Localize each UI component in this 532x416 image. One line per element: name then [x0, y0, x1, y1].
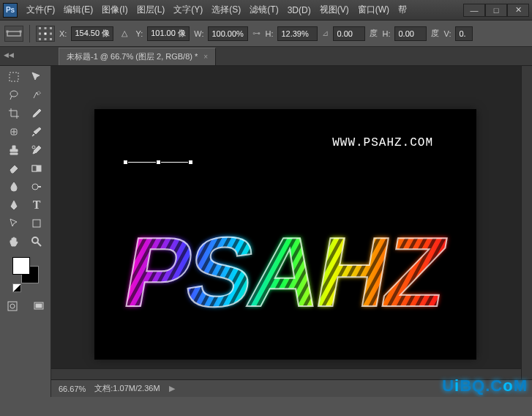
x-label: X:: [59, 29, 67, 38]
h-input[interactable]: [277, 26, 318, 41]
menu-edit[interactable]: 编辑(E): [59, 1, 97, 19]
hand-tool[interactable]: [4, 234, 24, 250]
foreground-color-swatch[interactable]: [12, 257, 30, 275]
svg-rect-9: [39, 38, 41, 40]
tools-panel: T: [0, 66, 51, 397]
close-button[interactable]: ✕: [507, 4, 529, 17]
collapse-panels-icon[interactable]: ◀◀: [3, 51, 15, 63]
marquee-tool[interactable]: [4, 69, 24, 85]
rotation-input[interactable]: [333, 26, 365, 41]
svg-rect-5: [50, 27, 52, 29]
menu-type[interactable]: 文字(Y): [169, 1, 207, 19]
svg-rect-4: [45, 27, 47, 29]
svg-rect-3: [39, 27, 41, 29]
main-area: T WWW.PSAHZ.COM: [0, 66, 532, 397]
svg-rect-22: [8, 302, 17, 311]
menu-help[interactable]: 帮: [394, 1, 411, 19]
svg-rect-0: [7, 31, 20, 36]
lasso-tool[interactable]: [4, 87, 24, 103]
document-tab-close-icon[interactable]: ×: [203, 53, 208, 61]
skew-h-input[interactable]: [394, 26, 427, 41]
quick-select-tool[interactable]: [26, 87, 47, 103]
dodge-tool[interactable]: [26, 179, 47, 195]
svg-point-13: [10, 91, 18, 97]
screen-mode-icon[interactable]: [29, 298, 49, 314]
transform-tool-icon[interactable]: [4, 26, 23, 42]
canvas-main-text: PSAHZ PSAHZ PSAHZ: [110, 196, 468, 335]
v-label: V:: [443, 29, 451, 38]
menu-view[interactable]: 视图(V): [315, 1, 353, 19]
eyedropper-tool[interactable]: [26, 105, 47, 122]
canvas-viewport[interactable]: WWW.PSAHZ.COM: [51, 66, 532, 397]
app-badge: Ps: [3, 3, 18, 18]
svg-point-21: [32, 237, 38, 243]
x-input[interactable]: [71, 26, 113, 41]
screen-mode-icons: [2, 298, 49, 314]
stamp-tool[interactable]: [4, 142, 24, 158]
maximize-button[interactable]: □: [485, 4, 507, 17]
menu-layer[interactable]: 图层(L): [132, 1, 170, 19]
menu-window[interactable]: 窗口(W): [353, 1, 394, 19]
svg-rect-12: [10, 73, 18, 81]
transform-handle-right[interactable]: [188, 160, 193, 165]
svg-rect-7: [45, 32, 47, 34]
h2-label: H:: [382, 29, 390, 38]
status-doc-info[interactable]: 文档:1.07M/2.36M: [94, 383, 160, 394]
color-swatches[interactable]: [12, 257, 39, 283]
menu-file[interactable]: 文件(F): [22, 1, 59, 19]
transform-handle-center[interactable]: [156, 160, 161, 165]
svg-text:PSAHZ: PSAHZ: [116, 217, 453, 327]
delta-icon[interactable]: △: [118, 26, 131, 42]
document-canvas[interactable]: WWW.PSAHZ.COM: [95, 110, 476, 359]
transform-bounding-box[interactable]: [123, 160, 193, 167]
vertical-scrollbar[interactable]: [521, 66, 532, 379]
h-label: H:: [265, 29, 273, 38]
default-colors-icon[interactable]: [12, 283, 21, 292]
svg-point-23: [10, 304, 15, 308]
menu-filter[interactable]: 滤镜(T): [245, 1, 282, 19]
zoom-tool[interactable]: [26, 234, 47, 250]
path-select-tool[interactable]: [4, 215, 24, 231]
svg-rect-10: [45, 38, 47, 40]
gradient-tool[interactable]: [26, 160, 47, 177]
svg-rect-11: [50, 38, 52, 40]
link-icon[interactable]: ⊶: [252, 29, 261, 38]
svg-rect-8: [50, 32, 52, 34]
menu-image[interactable]: 图像(I): [97, 1, 132, 19]
blur-tool[interactable]: [4, 179, 24, 195]
svg-rect-2: [20, 30, 22, 32]
menu-3d[interactable]: 3D(D): [283, 2, 315, 18]
document-tab-title: 未标题-1 @ 66.7% (图层 2, RGB/8) *: [67, 51, 198, 62]
pen-tool[interactable]: [4, 197, 24, 213]
svg-point-16: [32, 146, 35, 149]
svg-rect-6: [39, 32, 41, 34]
type-tool[interactable]: T: [26, 197, 47, 213]
quick-mask-icon[interactable]: [2, 298, 23, 314]
menu-select[interactable]: 选择(S): [207, 1, 245, 19]
minimize-button[interactable]: —: [463, 4, 485, 17]
canvas-url-text: WWW.PSAHZ.COM: [332, 136, 433, 149]
history-brush-tool[interactable]: [26, 142, 47, 158]
rotate-icon: ⊿: [322, 29, 329, 38]
svg-point-14: [37, 92, 40, 94]
transform-handle-left[interactable]: [123, 160, 128, 165]
document-tab-bar: 未标题-1 @ 66.7% (图层 2, RGB/8) * ×: [0, 47, 532, 66]
watermark-text: UiBQ.CoM: [442, 376, 528, 395]
eraser-tool[interactable]: [4, 160, 24, 177]
brush-tool[interactable]: [26, 124, 47, 140]
rot-unit: 度: [370, 28, 378, 39]
svg-point-19: [32, 184, 38, 190]
move-tool[interactable]: [26, 69, 47, 85]
skew-v-input[interactable]: [455, 26, 473, 41]
shape-tool[interactable]: [26, 215, 47, 231]
document-tab[interactable]: 未标题-1 @ 66.7% (图层 2, RGB/8) * ×: [59, 48, 216, 65]
w-input[interactable]: [208, 26, 248, 41]
healing-tool[interactable]: [4, 124, 24, 140]
reference-point-icon[interactable]: [36, 26, 55, 42]
window-controls: — □ ✕: [463, 4, 529, 17]
svg-rect-1: [7, 30, 9, 32]
zoom-level[interactable]: 66.67%: [59, 385, 86, 393]
status-play-icon[interactable]: ▶: [169, 384, 175, 393]
crop-tool[interactable]: [4, 105, 24, 122]
y-input[interactable]: [147, 26, 190, 41]
